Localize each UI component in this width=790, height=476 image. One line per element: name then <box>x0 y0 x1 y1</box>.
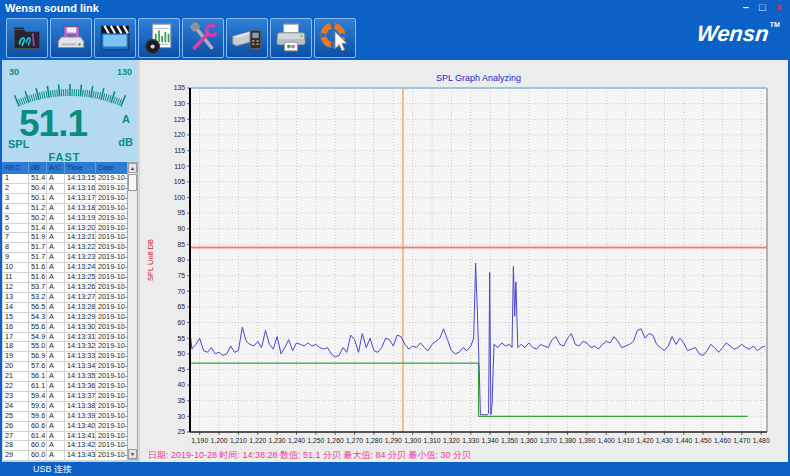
table-cell: 14:13:29 <box>65 312 96 322</box>
table-cell: 2019-10-28 <box>96 342 128 352</box>
svg-text:1,470: 1,470 <box>733 437 750 444</box>
table-cell: 15 <box>3 312 29 322</box>
table-row[interactable]: 451.2A14:13:182019-10-28 <box>3 203 128 213</box>
svg-text:1,390: 1,390 <box>578 437 595 444</box>
table-row[interactable]: 350.1A14:13:172019-10-28 <box>3 193 128 203</box>
svg-text:1,320: 1,320 <box>443 437 460 444</box>
minimize-button[interactable]: – <box>743 1 749 14</box>
table-cell: 1 <box>3 174 29 184</box>
svg-text:1,270: 1,270 <box>346 437 363 444</box>
table-cell: A <box>47 203 65 213</box>
table-cell: 3 <box>3 193 29 203</box>
table-cell: 51.4 <box>29 174 47 184</box>
table-row[interactable]: 2057.6A14:13:342019-10-28 <box>3 362 128 372</box>
printer-icon <box>274 21 308 55</box>
svg-text:1,200: 1,200 <box>211 437 228 444</box>
window-controls: – □ × <box>743 1 782 14</box>
table-row[interactable]: 2761.4A14:13:412019-10-28 <box>3 431 128 441</box>
table-cell: 14:13:20 <box>65 223 96 233</box>
table-cell: A <box>47 292 65 302</box>
table-cell: 2019-10-28 <box>96 273 128 283</box>
table-row[interactable]: 2960.0A14:13:432019-10-28 <box>3 451 128 461</box>
table-cell: 51.4 <box>29 223 47 233</box>
table-row[interactable]: 2860.0A14:13:422019-10-28 <box>3 441 128 451</box>
device-connect-button[interactable] <box>226 18 268 58</box>
table-cell: 9 <box>3 253 29 263</box>
table-row[interactable]: 151.4A14:13:152019-10-28 <box>3 174 128 184</box>
video-clip-button[interactable] <box>94 18 136 58</box>
table-cell: A <box>47 302 65 312</box>
table-row[interactable]: 1554.3A14:13:292019-10-28 <box>3 312 128 322</box>
close-button[interactable]: × <box>776 1 782 14</box>
svg-text:1,210: 1,210 <box>230 437 247 444</box>
video-clip-icon <box>98 21 132 55</box>
chart-summary-text: 日期: 2019-10-28 时间: 14:38:28 数值: 51.1 分贝 … <box>148 449 471 462</box>
svg-text:1,340: 1,340 <box>482 437 499 444</box>
table-scrollbar[interactable]: ▲ ▼ <box>127 162 138 460</box>
table-row[interactable]: 250.4A14:13:162019-10-28 <box>3 183 128 193</box>
table-row[interactable]: 651.4A14:13:202019-10-28 <box>3 223 128 233</box>
table-row[interactable]: 2459.6A14:13:382019-10-28 <box>3 401 128 411</box>
table-cell: 14:13:28 <box>65 302 96 312</box>
table-cell: A <box>47 391 65 401</box>
table-cell: 2019-10-28 <box>96 332 128 342</box>
data-report-button[interactable] <box>138 18 180 58</box>
table-cell: 14:13:16 <box>65 183 96 193</box>
svg-text:1,280: 1,280 <box>365 437 382 444</box>
table-row[interactable]: 1353.2A14:13:272019-10-28 <box>3 292 128 302</box>
table-cell: 2019-10-28 <box>96 183 128 193</box>
svg-text:95: 95 <box>177 209 185 216</box>
col-header-db: dB <box>29 163 47 174</box>
svg-text:105: 105 <box>174 178 186 185</box>
table-cell: 60.0 <box>29 451 47 461</box>
scroll-down-button[interactable]: ▼ <box>128 449 137 459</box>
table-row[interactable]: 1655.6A14:13:302019-10-28 <box>3 322 128 332</box>
table-row[interactable]: 2559.6A14:13:392019-10-28 <box>3 411 128 421</box>
table-cell: 16 <box>3 322 29 332</box>
table-row[interactable]: 2359.4A14:13:372019-10-28 <box>3 391 128 401</box>
save-button[interactable] <box>50 18 92 58</box>
table-row[interactable]: 1855.0A14:13:322019-10-28 <box>3 342 128 352</box>
table-cell: A <box>47 193 65 203</box>
chart-panel: 1,1901,2001,2101,2201,2301,2401,2501,260… <box>140 60 788 462</box>
table-cell: 5 <box>3 213 29 223</box>
table-row[interactable]: 1253.7A14:13:262019-10-28 <box>3 282 128 292</box>
table-row[interactable]: 951.7A14:13:232019-10-28 <box>3 253 128 263</box>
table-cell: A <box>47 312 65 322</box>
table-cell: 56.1 <box>29 372 47 382</box>
table-cell: 57.6 <box>29 362 47 372</box>
print-button[interactable] <box>270 18 312 58</box>
table-cell: 60.0 <box>29 441 47 451</box>
table-cell: 50.2 <box>29 213 47 223</box>
table-cell: 28 <box>3 441 29 451</box>
scroll-up-button[interactable]: ▲ <box>128 163 137 173</box>
table-row[interactable]: 2660.6A14:13:402019-10-28 <box>3 421 128 431</box>
file-open-button[interactable] <box>6 18 48 58</box>
settings-tools-button[interactable] <box>182 18 224 58</box>
svg-text:1,350: 1,350 <box>501 437 518 444</box>
table-cell: 14 <box>3 302 29 312</box>
table-row[interactable]: 1051.6A14:13:242019-10-28 <box>3 263 128 273</box>
help-button[interactable] <box>314 18 356 58</box>
save-disk-icon <box>54 21 88 55</box>
table-row[interactable]: 2261.1A14:13:362019-10-28 <box>3 382 128 392</box>
table-row[interactable]: 1151.6A14:13:252019-10-28 <box>3 273 128 283</box>
table-cell: 22 <box>3 382 29 392</box>
maximize-button[interactable]: □ <box>759 1 766 14</box>
table-row[interactable]: 550.2A14:13:192019-10-28 <box>3 213 128 223</box>
scroll-thumb[interactable] <box>128 174 137 191</box>
table-row[interactable]: 1754.9A14:13:312019-10-28 <box>3 332 128 342</box>
weighting-label: A <box>122 113 130 125</box>
table-cell: 10 <box>3 263 29 273</box>
table-cell: 14:13:42 <box>65 441 96 451</box>
table-cell: 59.6 <box>29 401 47 411</box>
table-row[interactable]: 851.7A14:13:222019-10-28 <box>3 243 128 253</box>
table-row[interactable]: 751.9A14:13:212019-10-28 <box>3 233 128 243</box>
table-row[interactable]: 1956.9A14:13:332019-10-28 <box>3 352 128 362</box>
table-cell: 60.6 <box>29 421 47 431</box>
table-cell: 7 <box>3 233 29 243</box>
table-row[interactable]: 2156.1A14:13:352019-10-28 <box>3 372 128 382</box>
table-cell: 13 <box>3 292 29 302</box>
table-cell: 53.2 <box>29 292 47 302</box>
table-row[interactable]: 1456.5A14:13:282019-10-28 <box>3 302 128 312</box>
